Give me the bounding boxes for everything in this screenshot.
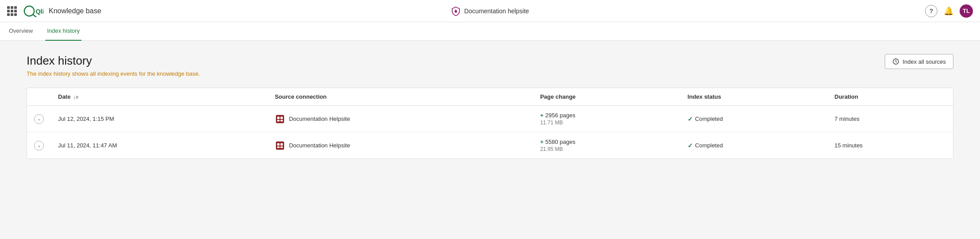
- source-icon: [275, 114, 285, 124]
- navbar-right: ? 🔔 TL: [925, 4, 973, 18]
- page-change-size: 21.95 MB: [540, 146, 673, 152]
- svg-rect-15: [280, 146, 283, 148]
- source-icon-box: [275, 114, 285, 124]
- svg-line-1: [33, 15, 36, 17]
- expand-button[interactable]: ⌄: [34, 141, 44, 150]
- page-change-prefix: +: [540, 112, 544, 119]
- notification-bell-icon[interactable]: 🔔: [944, 6, 953, 16]
- status-label: Completed: [695, 142, 723, 149]
- navbar: Qlik Knowledge base Documentation helpsi…: [0, 0, 980, 22]
- navbar-center: Documentation helpsite: [451, 6, 529, 16]
- svg-rect-10: [280, 120, 283, 121]
- th-source-connection: Source connection: [268, 88, 533, 106]
- status-cell: ✓ Completed: [681, 132, 828, 159]
- svg-rect-9: [277, 120, 280, 121]
- index-history-table: Date ↓≡ Source connection Page change In…: [27, 88, 953, 159]
- page-change-size: 11.71 MB: [540, 120, 673, 126]
- source-name: Documentation Helpsite: [289, 142, 350, 149]
- th-date[interactable]: Date ↓≡: [51, 88, 268, 106]
- expand-button[interactable]: ⌄: [34, 114, 44, 124]
- sort-icon: ↓≡: [73, 94, 78, 100]
- check-icon: ✓: [688, 116, 693, 123]
- svg-rect-8: [280, 116, 283, 119]
- expand-cell: ⌄: [27, 132, 51, 159]
- svg-rect-11: [276, 141, 284, 149]
- table-header-row: Date ↓≡ Source connection Page change In…: [27, 88, 953, 106]
- main-content: Index history The index history shows al…: [0, 41, 980, 239]
- duration-cell: 15 minutes: [828, 132, 953, 159]
- shield-icon: [451, 6, 461, 16]
- page-header-text: Index history The index history shows al…: [27, 54, 200, 77]
- table-row: ⌄ Jul 12, 2024, 1:15 PM Documentation He…: [27, 106, 953, 132]
- expand-cell: ⌄: [27, 106, 51, 132]
- grid-icon[interactable]: [7, 6, 17, 16]
- app-title: Knowledge base: [49, 7, 101, 15]
- page-change-count: 2956 pages: [545, 112, 576, 119]
- page-change-cell: + 5580 pages 21.95 MB: [533, 132, 681, 159]
- index-all-sources-button[interactable]: Index all sources: [885, 54, 953, 69]
- refresh-icon: [892, 58, 899, 65]
- svg-rect-7: [277, 116, 280, 119]
- th-page-change: Page change: [533, 88, 681, 106]
- svg-text:Qlik: Qlik: [35, 8, 43, 15]
- source-icon: [275, 141, 285, 150]
- th-duration: Duration: [828, 88, 953, 106]
- th-index-status: Index status: [681, 88, 828, 106]
- help-button[interactable]: ?: [925, 5, 937, 17]
- page-change-count: 5580 pages: [545, 139, 576, 145]
- page-title: Index history: [27, 54, 200, 68]
- table-row: ⌄ Jul 11, 2024, 11:47 AM Documentation H…: [27, 132, 953, 159]
- source-icon-box: [275, 140, 285, 151]
- status-cell: ✓ Completed: [681, 106, 828, 132]
- svg-rect-13: [280, 143, 283, 146]
- status-label: Completed: [695, 116, 723, 122]
- th-expand: [27, 88, 51, 106]
- subnav: Overview Index history: [0, 22, 980, 41]
- svg-point-3: [455, 10, 457, 13]
- tab-overview[interactable]: Overview: [7, 22, 35, 41]
- qlik-logo[interactable]: Qlik: [22, 5, 43, 17]
- duration-cell: 7 minutes: [828, 106, 953, 132]
- source-cell: Documentation Helpsite: [268, 106, 533, 132]
- page-subtitle: The index history shows all indexing eve…: [27, 70, 200, 77]
- index-all-label: Index all sources: [902, 58, 946, 65]
- center-label: Documentation helpsite: [464, 8, 529, 15]
- svg-rect-6: [276, 115, 284, 123]
- page-header: Index history The index history shows al…: [27, 54, 953, 77]
- check-icon: ✓: [688, 142, 693, 149]
- page-change-prefix: +: [540, 139, 544, 145]
- svg-point-0: [24, 6, 34, 15]
- date-cell: Jul 11, 2024, 11:47 AM: [51, 132, 268, 159]
- date-cell: Jul 12, 2024, 1:15 PM: [51, 106, 268, 132]
- source-cell: Documentation Helpsite: [268, 132, 533, 159]
- page-change-cell: + 2956 pages 11.71 MB: [533, 106, 681, 132]
- tab-index-history[interactable]: Index history: [45, 22, 82, 41]
- source-name: Documentation Helpsite: [289, 116, 350, 122]
- svg-rect-14: [277, 146, 280, 148]
- user-avatar[interactable]: TL: [960, 4, 973, 18]
- svg-rect-12: [277, 143, 280, 146]
